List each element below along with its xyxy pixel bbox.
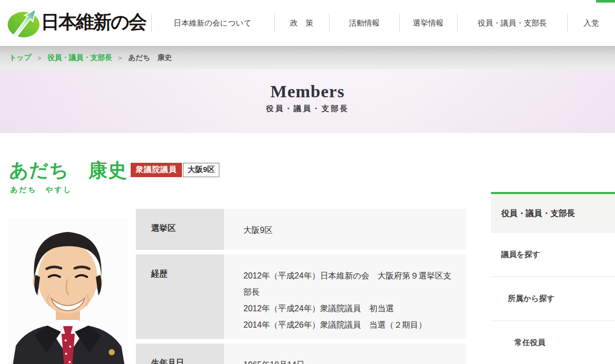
banner-subtitle: 役員・議員・支部長 [0, 104, 615, 114]
breadcrumb: トップ > 役員・議員・支部長 > あだち 康史 [0, 46, 615, 69]
member-name-kana: あだち やすし [10, 185, 72, 195]
row-value: 2012年（平成24年）日本維新の会 大阪府第９選挙区支部長 2012年（平成2… [224, 254, 466, 339]
table-row-district: 選挙区 大阪9区 [136, 209, 466, 250]
table-row-birthdate: 生年月日 1965年10月14日 [136, 344, 466, 364]
main-nav: 日本維新の会について 政 策 活動情報 選挙情報 役員・議員・支部長 入党 [151, 0, 615, 46]
nav-item-about[interactable]: 日本維新の会について [151, 0, 274, 46]
row-value: 大阪9区 [224, 209, 466, 250]
nav-item-join[interactable]: 入党 [567, 0, 615, 46]
sidebar-item-search-members[interactable]: 議員を探す [491, 233, 615, 277]
page: 日本維新の会 日本維新の会について 政 策 活動情報 選挙情報 役員・議員・支部… [0, 0, 615, 364]
sidebar-title: 役員・議員・支部長 [491, 194, 615, 233]
nav-item-election-info[interactable]: 選挙情報 [399, 0, 457, 46]
breadcrumb-separator: > [118, 54, 122, 62]
banner-title: Members [0, 69, 615, 101]
row-label: 選挙区 [136, 209, 224, 250]
career-line: 2014年（平成26年）衆議院議員 当選（２期目） [243, 317, 452, 333]
site-logo-link[interactable]: 日本維新の会 [4, 5, 146, 39]
breadcrumb-separator: > [37, 54, 42, 62]
breadcrumb-current-page: あだち 康史 [128, 53, 172, 62]
members-sidebar: 役員・議員・支部長 議員を探す 所属から探す 常任役員 [491, 192, 615, 364]
breadcrumb-members-link[interactable]: 役員・議員・支部長 [48, 53, 112, 62]
row-label: 生年月日 [136, 344, 224, 364]
career-line: 2012年（平成24年）衆議院議員 初当選 [243, 301, 452, 317]
table-row-career: 経歴 2012年（平成24年）日本維新の会 大阪府第９選挙区支部長 2012年（… [136, 254, 466, 339]
nav-item-activities[interactable]: 活動情報 [329, 0, 399, 46]
career-line: 2012年（平成24年）日本維新の会 大阪府第９選挙区支部長 [243, 268, 452, 301]
profile-table: 選挙区 大阪9区 経歴 2012年（平成24年）日本維新の会 大阪府第９選挙区支… [136, 209, 466, 364]
site-header: 日本維新の会 日本維新の会について 政 策 活動情報 選挙情報 役員・議員・支部… [0, 0, 615, 46]
header-green-strip [596, 0, 615, 3]
brand-logo-text: 日本維新の会 [41, 10, 146, 35]
sidebar-item-search-by-affiliation[interactable]: 所属から探す [491, 277, 615, 321]
member-name: あだち 康史 [9, 161, 128, 180]
breadcrumb-home-link[interactable]: トップ [9, 53, 31, 62]
position-badge: 衆議院議員 [131, 163, 182, 177]
members-banner: Members 役員・議員・支部長 [0, 69, 615, 133]
nav-item-members[interactable]: 役員・議員・支部長 [457, 0, 567, 46]
row-label: 経歴 [136, 254, 224, 339]
sidebar-item-standing-officers[interactable]: 常任役員 [491, 321, 615, 364]
district-badge: 大阪9区 [183, 163, 219, 177]
row-value: 1965年10月14日 [224, 344, 466, 364]
brand-arrow-icon [4, 5, 40, 39]
member-photo [8, 218, 128, 364]
nav-item-policy[interactable]: 政 策 [274, 0, 330, 46]
